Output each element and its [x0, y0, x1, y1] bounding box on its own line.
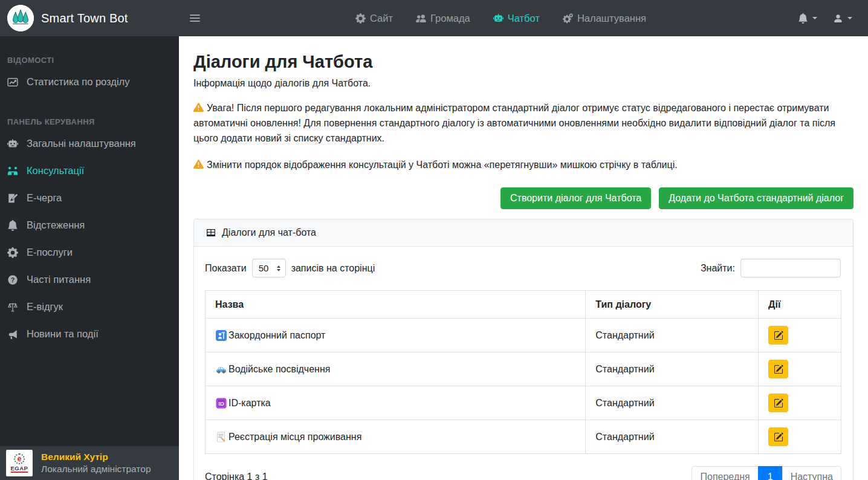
- table-icon: [206, 228, 216, 238]
- sidebar-item-label: Консультації: [27, 165, 84, 177]
- sidebar-item-label: Новини та події: [27, 328, 99, 340]
- nav-item-label: Сайт: [370, 13, 393, 24]
- robot-icon: [7, 138, 18, 149]
- page-size-select[interactable]: 50: [252, 259, 286, 277]
- card-body: Показати 50 записів на сторінці Знайти:: [194, 247, 853, 480]
- dialogs-table: Назва Тип діалогу Дії Закордонний паспор…: [205, 290, 841, 454]
- bell-icon: [7, 220, 18, 231]
- nav-item-community[interactable]: Громада: [416, 13, 470, 24]
- brand-title: Smart Town Bot: [41, 11, 128, 25]
- chevron-down-icon: [812, 17, 817, 19]
- sidebar-item-efeedback[interactable]: Е-відгук: [0, 293, 179, 320]
- community-name: Великий Хутір: [41, 451, 151, 463]
- memo-icon: [215, 431, 227, 443]
- bell-icon: [798, 13, 808, 24]
- search-label: Знайти:: [701, 263, 735, 274]
- page-size-label-before: Показати: [205, 263, 247, 274]
- handshake-icon: [7, 166, 18, 177]
- sidebar-item-general-settings[interactable]: Загальні налаштування: [0, 130, 179, 157]
- user-icon: [833, 13, 843, 24]
- nav-item-site[interactable]: Сайт: [355, 13, 393, 24]
- dialog-type: Стандартний: [586, 352, 759, 386]
- sidebar: ВІДОМОСТІ Статистика по розділу ПАНЕЛЬ К…: [0, 36, 179, 480]
- navbar-right: [798, 13, 852, 24]
- sidebar-item-label: Відстеження: [27, 219, 85, 231]
- edit-button[interactable]: [768, 360, 788, 378]
- sidebar-item-label: Загальні налаштування: [27, 138, 136, 149]
- column-header-name: Назва: [206, 291, 586, 319]
- sidebar-item-equeue[interactable]: Е-черга: [0, 184, 179, 212]
- people-icon: [416, 13, 426, 24]
- nav-item-settings[interactable]: Налаштування: [563, 13, 646, 24]
- svg-text:?: ?: [11, 276, 15, 283]
- app-window: Smart Town Bot Сайт Громада Чатбот Налаш…: [0, 0, 868, 480]
- table-row[interactable]: Водійське посвідчення Стандартний: [206, 352, 841, 386]
- table-row[interactable]: ID ID-картка Стандартний: [206, 386, 841, 420]
- warning-text-1: Увага! Після першого редагування локальн…: [193, 101, 853, 146]
- table-row[interactable]: Закордонний паспорт Стандартний: [206, 319, 841, 352]
- sidebar-item-label: Часті питання: [27, 274, 91, 285]
- dialog-name: Водійське посвідчення: [228, 364, 330, 375]
- dialog-type: Стандартний: [586, 420, 759, 454]
- question-circle-icon: ?: [7, 274, 18, 285]
- sidebar-section-vidomosti: ВІДОМОСТІ: [0, 47, 179, 68]
- sidebar-item-label: Статистика по розділу: [27, 76, 129, 88]
- sidebar-toggle-icon[interactable]: [186, 9, 204, 27]
- pagination-prev[interactable]: Попередня: [691, 466, 758, 480]
- page-info: Сторінка 1 з 1: [205, 472, 268, 480]
- sidebar-item-label: Е-послуги: [27, 247, 73, 258]
- pagination-page-1[interactable]: 1: [758, 466, 783, 480]
- column-header-actions: Дії: [759, 291, 841, 319]
- pagination-next[interactable]: Наступна: [782, 466, 841, 480]
- action-buttons: Створити діалог для Чатбота Додати до Ча…: [193, 187, 853, 209]
- pagination: Попередня 1 Наступна: [691, 466, 841, 480]
- id-badge-icon: ID: [215, 397, 227, 409]
- search-input[interactable]: [740, 259, 841, 277]
- create-dialog-button[interactable]: Створити діалог для Чатбота: [500, 187, 651, 209]
- sidebar-item-tracking[interactable]: Відстеження: [0, 212, 179, 239]
- chart-line-icon: [7, 77, 18, 88]
- sidebar-section-panel: ПАНЕЛЬ КЕРУВАННЯ: [0, 109, 179, 130]
- brand[interactable]: Smart Town Bot: [0, 5, 179, 31]
- car-icon: [215, 363, 227, 375]
- nav-item-label: Чатбот: [508, 13, 540, 24]
- egap-logo: e EGAP: [6, 450, 33, 476]
- dialog-name: Закордонний паспорт: [228, 330, 325, 341]
- sidebar-item-statistics[interactable]: Статистика по розділу: [0, 68, 179, 96]
- dialog-name: Реєстрація місця проживання: [228, 432, 361, 443]
- sidebar-item-consultations[interactable]: Консультації: [0, 157, 179, 184]
- pen-document-icon: [7, 193, 18, 204]
- nav-item-chatbot[interactable]: Чатбот: [493, 13, 540, 24]
- select-arrows-icon: [277, 265, 280, 271]
- svg-text:ID: ID: [218, 400, 224, 407]
- edit-button[interactable]: [768, 326, 788, 345]
- sidebar-item-news[interactable]: Новини та події: [0, 320, 179, 348]
- table-row[interactable]: Реєстрація місця проживання Стандартний: [206, 420, 841, 454]
- add-standard-dialog-button[interactable]: Додати до Чатбота стандартний діалог: [659, 187, 853, 209]
- gears-icon: [563, 13, 573, 24]
- pencil-square-icon: [774, 398, 783, 408]
- user-role: Локальний адміністратор: [41, 463, 151, 475]
- card-title: Діалоги для чат-бота: [222, 227, 316, 238]
- pencil-square-icon: [774, 331, 783, 340]
- page-size-label-after: записів на сторінці: [291, 263, 375, 274]
- edit-button[interactable]: [768, 427, 788, 446]
- dialog-type: Стандартний: [586, 386, 759, 420]
- megaphone-icon: [7, 329, 18, 340]
- main-nav: Сайт Громада Чатбот Налаштування: [355, 13, 646, 24]
- brand-logo-icon: [7, 5, 34, 31]
- gear-icon: [355, 13, 366, 24]
- page-subtitle: Інформація щодо діалогів для Чатбота.: [193, 78, 853, 89]
- sidebar-item-eservices[interactable]: Е-послуги: [0, 239, 179, 266]
- sidebar-item-faq[interactable]: ? Часті питання: [0, 266, 179, 293]
- edit-button[interactable]: [768, 394, 788, 412]
- notifications-dropdown[interactable]: [798, 13, 817, 24]
- main-content: Діалоги для Чатбота Інформація щодо діал…: [179, 36, 868, 480]
- card-header: Діалоги для чат-бота: [194, 219, 853, 247]
- sidebar-footer: e EGAP Великий Хутір Локальний адміністр…: [0, 446, 179, 480]
- pencil-square-icon: [774, 432, 783, 442]
- warning-triangle-icon: [193, 102, 204, 112]
- warning-triangle-icon: [193, 159, 204, 169]
- chevron-down-icon: [847, 17, 852, 19]
- user-dropdown[interactable]: [833, 13, 852, 24]
